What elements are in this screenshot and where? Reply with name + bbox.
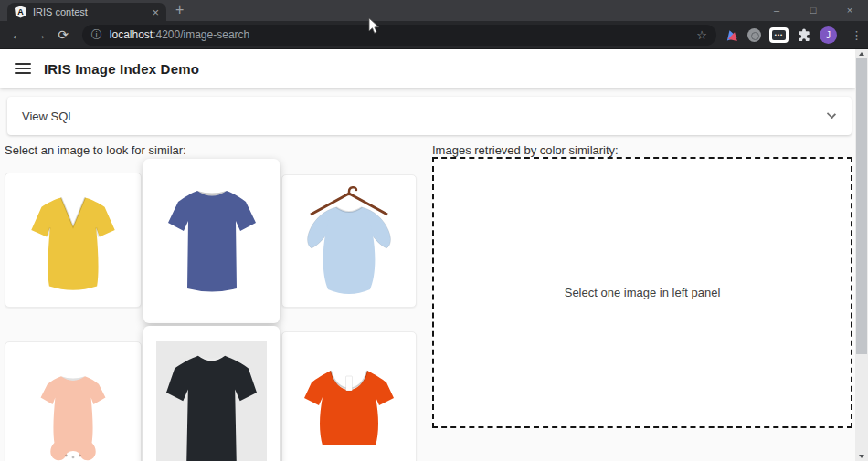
- product-card-blue-blouse[interactable]: [281, 174, 417, 308]
- close-window-button[interactable]: ×: [831, 0, 868, 21]
- scroll-up-icon[interactable]: [859, 52, 864, 56]
- product-card-yellow-top[interactable]: [5, 173, 142, 308]
- browser-menu-icon[interactable]: ⋮: [845, 28, 868, 42]
- yellow-top-image: [22, 184, 124, 299]
- extension-dots-icon[interactable]: •••: [769, 27, 789, 43]
- tab-strip: A IRIS contest × + – □ ×: [0, 0, 868, 21]
- window-controls: – □ ×: [758, 0, 868, 21]
- url-host: localhost: [110, 28, 153, 41]
- page-content: IRIS Image Index Demo View SQL Select an…: [0, 49, 868, 461]
- scrollbar-thumb[interactable]: [856, 58, 867, 354]
- hamburger-menu-icon[interactable]: [15, 63, 31, 74]
- angular-favicon-icon: A: [15, 6, 26, 18]
- address-bar[interactable]: ⓘ localhost:4200/image-search ☆: [82, 25, 716, 46]
- black-tshirt-photo-background: [156, 341, 267, 461]
- results-empty-message: Select one image in left panel: [565, 286, 721, 299]
- back-button[interactable]: ←: [5, 27, 28, 42]
- url-text[interactable]: localhost:4200/image-search: [110, 28, 690, 41]
- new-tab-button[interactable]: +: [175, 2, 184, 18]
- view-sql-label: View SQL: [22, 110, 75, 123]
- browser-window: A IRIS contest × + – □ × ← → ⟳ ⓘ localho…: [0, 0, 868, 461]
- profile-avatar[interactable]: J: [820, 26, 837, 44]
- minimize-button[interactable]: –: [758, 0, 795, 21]
- results-dropzone: Select one image in left panel: [432, 157, 852, 428]
- tab-close-icon[interactable]: ×: [152, 6, 159, 18]
- orange-croptop-image: [294, 358, 404, 456]
- navy-tshirt-image: [157, 173, 267, 307]
- product-card-navy-tshirt[interactable]: [143, 159, 280, 323]
- url-path: :4200/image-search: [153, 28, 249, 41]
- peach-onesie-image: [22, 364, 124, 461]
- extension-colorful-icon[interactable]: [725, 28, 739, 42]
- product-card-peach-onesie[interactable]: [5, 341, 142, 461]
- refresh-button[interactable]: ⟳: [52, 27, 75, 42]
- extensions-puzzle-icon[interactable]: [797, 27, 811, 42]
- maximize-button[interactable]: □: [795, 0, 831, 21]
- right-panel-label: Images retrieved by color similarity:: [432, 143, 619, 157]
- site-info-icon[interactable]: ⓘ: [91, 27, 102, 43]
- page-scrollbar[interactable]: [855, 49, 868, 461]
- blue-blouse-image: [294, 183, 404, 303]
- black-tshirt-image: [156, 341, 267, 461]
- bookmark-star-icon[interactable]: ☆: [696, 28, 707, 42]
- forward-button[interactable]: →: [28, 27, 51, 42]
- extensions-area: ••• J ⋮: [725, 26, 868, 44]
- app-header: IRIS Image Index Demo: [0, 49, 855, 88]
- app-title: IRIS Image Index Demo: [44, 61, 199, 77]
- chevron-down-icon: [827, 110, 836, 119]
- scroll-down-icon[interactable]: [859, 455, 864, 458]
- view-sql-panel[interactable]: View SQL: [7, 97, 852, 135]
- left-panel-label: Select an image to look for similar:: [5, 143, 186, 157]
- extension-gray-icon[interactable]: [747, 28, 761, 42]
- product-card-black-tshirt[interactable]: [143, 326, 280, 461]
- tab-title: IRIS contest: [33, 6, 145, 17]
- product-card-orange-croptop[interactable]: [281, 331, 417, 461]
- browser-toolbar: ← → ⟳ ⓘ localhost:4200/image-search ☆ ••…: [0, 21, 868, 49]
- browser-tab[interactable]: A IRIS contest ×: [7, 3, 166, 21]
